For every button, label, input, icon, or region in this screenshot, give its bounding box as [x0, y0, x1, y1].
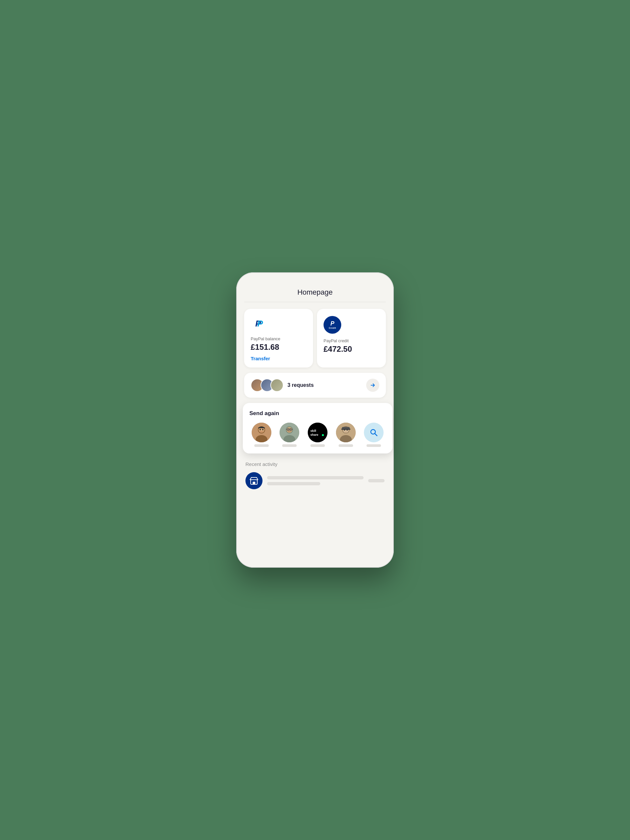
svg-text:skill: skill [310, 429, 316, 433]
contact-name-bar-2 [282, 444, 297, 447]
activity-item-1[interactable] [245, 472, 385, 489]
contact-name-bar-skillshare [310, 444, 325, 447]
svg-text:share: share [310, 433, 318, 436]
recent-activity-title: Recent activity [245, 461, 385, 467]
paypal-credit-label: PayPal credit [324, 338, 379, 343]
paypal-balance-label: PayPal balance [251, 336, 306, 341]
credit-p-letter: P [330, 321, 334, 327]
svg-line-16 [286, 429, 287, 429]
svg-point-7 [259, 429, 261, 431]
svg-point-19 [291, 429, 291, 430]
svg-line-17 [292, 429, 293, 429]
paypal-balance-logo: P P [251, 316, 267, 332]
request-avatar-3 [270, 379, 284, 392]
page-title: Homepage [244, 288, 386, 302]
svg-rect-31 [341, 428, 351, 430]
contacts-row: skill share [249, 423, 386, 447]
contact-item-1[interactable] [249, 423, 274, 447]
paypal-credit-amount: £472.50 [324, 344, 379, 354]
balance-cards-row: P P PayPal balance £151.68 Transfer P Cr… [244, 309, 386, 368]
credit-label-icon: Credit [329, 327, 336, 329]
contact-avatar-2 [279, 423, 299, 442]
phone-frame: Homepage P P PayPal balance £151.68 Tran… [236, 272, 394, 568]
skillshare-avatar: skill share [308, 423, 327, 442]
svg-point-23 [322, 434, 324, 436]
request-avatars [251, 379, 284, 392]
paypal-credit-icon: P Credit [324, 316, 341, 334]
activity-line-2 [267, 482, 320, 485]
svg-line-33 [375, 434, 377, 436]
contact-item-skillshare[interactable]: skill share [305, 423, 330, 447]
contact-avatar-4 [336, 423, 356, 442]
send-again-title: Send again [249, 410, 386, 417]
contact-name-bar-1 [254, 444, 269, 447]
contact-item-2[interactable] [278, 423, 302, 447]
transfer-button[interactable]: Transfer [251, 356, 270, 361]
search-contact-item[interactable] [362, 423, 386, 447]
paypal-balance-card[interactable]: P P PayPal balance £151.68 Transfer [244, 309, 313, 368]
requests-card[interactable]: 3 requests [244, 373, 386, 398]
paypal-credit-card[interactable]: P Credit PayPal credit £472.50 [317, 309, 386, 368]
recent-activity-section: Recent activity [244, 459, 386, 492]
contact-name-bar-4 [339, 444, 353, 447]
svg-point-8 [262, 429, 264, 431]
contact-avatar-1 [252, 423, 272, 442]
send-again-card: Send again [243, 403, 392, 453]
search-name-bar [366, 444, 381, 447]
svg-rect-35 [253, 482, 255, 484]
svg-point-20 [308, 423, 327, 442]
contact-item-4[interactable] [334, 423, 358, 447]
search-circle[interactable] [364, 423, 384, 442]
svg-text:P: P [257, 319, 263, 328]
activity-line-1 [267, 476, 363, 479]
paypal-balance-amount: £151.68 [251, 343, 306, 352]
activity-amount-bar [368, 479, 385, 482]
activity-store-icon [245, 472, 262, 489]
activity-lines [267, 476, 363, 485]
svg-point-18 [288, 429, 289, 430]
requests-count-text: 3 requests [287, 382, 362, 388]
requests-arrow-button[interactable] [366, 379, 379, 392]
